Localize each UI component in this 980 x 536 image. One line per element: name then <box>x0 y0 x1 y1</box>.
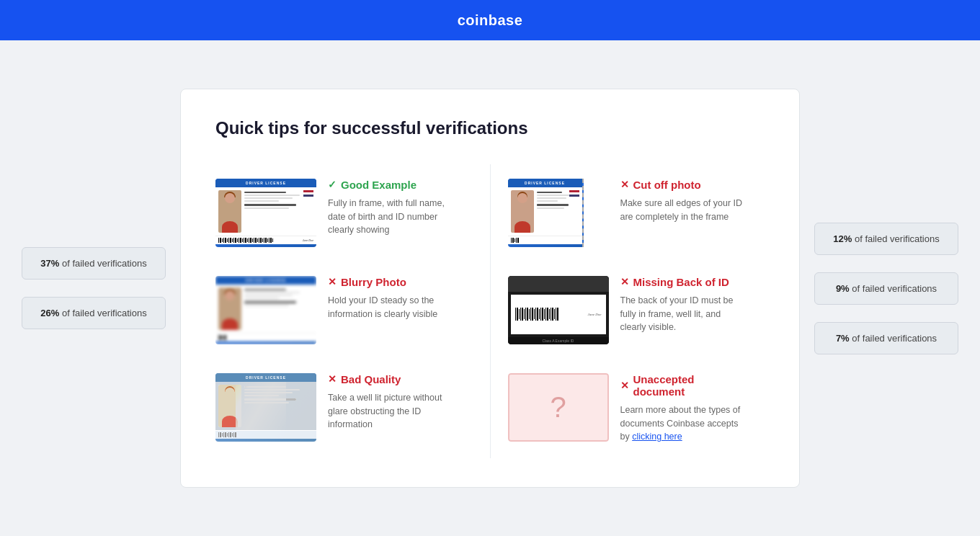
page-title: Quick tips for successful verifications <box>215 118 765 138</box>
main-card: Quick tips for successful verifications … <box>180 89 800 488</box>
bad-quality-desc: Take a well lit picture without glare ob… <box>328 391 455 432</box>
right-stat-3: 7% of failed verifications <box>814 322 958 354</box>
tip-blurry-photo: DRIVER LICENSE <box>215 262 473 359</box>
x-icon-missing: ✕ <box>620 276 629 287</box>
right-stat-1-percent: 12% <box>833 233 852 244</box>
cutoff-desc: Make sure all edges of your ID are compl… <box>620 197 748 224</box>
blurry-photo-title: Blurry Photo <box>341 276 406 288</box>
tips-right-column: DRIVER LICENSE <box>508 164 765 458</box>
right-stat-1: 12% of failed verifications <box>814 223 958 255</box>
missing-back-text: ✕ Missing Back of ID The back of your ID… <box>620 276 748 334</box>
x-icon-cutoff: ✕ <box>620 179 629 190</box>
good-example-desc: Fully in frame, with full name, date of … <box>328 197 455 237</box>
page-content: 37% of failed verifications 26% of faile… <box>0 40 980 536</box>
blurry-photo-image: DRIVER LICENSE <box>215 276 316 344</box>
blurry-photo-text: ✕ Blurry Photo Hold your ID steady so th… <box>328 276 455 321</box>
missing-back-image: Jane Doe Class A Example ID <box>508 276 609 344</box>
check-icon: ✓ <box>328 179 337 190</box>
right-stat-2: 9% of failed verifications <box>814 272 958 305</box>
bad-quality-title: Bad Quality <box>341 373 401 385</box>
good-example-title: Good Example <box>341 179 416 191</box>
right-stat-1-label: of failed verifications <box>855 233 940 244</box>
tip-cutoff: DRIVER LICENSE <box>508 164 765 262</box>
left-stat-2-percent: 26% <box>40 308 59 318</box>
bad-quality-label: ✕ Bad Quality <box>328 373 455 385</box>
left-stats-panel: 37% of failed verifications 26% of faile… <box>22 247 166 329</box>
unaccepted-title: Unaccepted document <box>633 373 748 398</box>
good-example-label: ✓ Good Example <box>328 179 455 191</box>
left-stat-2: 26% of failed verifications <box>22 297 166 329</box>
left-stat-1: 37% of failed verifications <box>22 247 166 280</box>
tips-columns: DRIVER LICENSE <box>215 164 765 458</box>
blurry-photo-desc: Hold your ID steady so the information i… <box>328 294 455 321</box>
unaccepted-label: ✕ Unaccepted document <box>620 373 748 398</box>
cutoff-text: ✕ Cut off photo Make sure all edges of y… <box>620 179 748 224</box>
missing-back-label: ✕ Missing Back of ID <box>620 276 748 288</box>
tip-unaccepted: ? ✕ Unaccepted document Learn more about… <box>508 359 765 458</box>
coinbase-logo: coinbase <box>458 12 523 29</box>
question-mark-icon: ? <box>550 393 566 421</box>
x-icon-unaccepted: ✕ <box>620 380 629 391</box>
tip-good-example: DRIVER LICENSE <box>215 164 473 262</box>
good-example-image: DRIVER LICENSE <box>215 179 316 247</box>
left-stat-2-label: of failed verifications <box>62 308 147 318</box>
right-stats-panel: 12% of failed verifications 9% of failed… <box>814 223 958 354</box>
bad-quality-text: ✕ Bad Quality Take a well lit picture wi… <box>328 373 455 432</box>
unaccepted-text: ✕ Unaccepted document Learn more about t… <box>620 373 748 444</box>
clicking-here-link[interactable]: clicking here <box>632 432 682 442</box>
blurry-photo-label: ✕ Blurry Photo <box>328 276 455 288</box>
app-header: coinbase <box>0 0 980 40</box>
tip-missing-back: Jane Doe Class A Example ID ✕ Missing Ba… <box>508 262 765 359</box>
column-divider <box>490 164 491 458</box>
unaccepted-image: ? <box>508 373 609 442</box>
cutoff-title: Cut off photo <box>633 179 701 191</box>
right-stat-2-label: of failed verifications <box>852 283 937 294</box>
right-stat-3-label: of failed verifications <box>852 333 937 344</box>
right-stat-3-percent: 7% <box>836 333 850 344</box>
bad-quality-image: DRIVER LICENSE <box>215 373 316 442</box>
unaccepted-desc: Learn more about the types of documents … <box>620 403 748 444</box>
tips-left-column: DRIVER LICENSE <box>215 164 473 458</box>
missing-back-desc: The back of your ID must be fully in fra… <box>620 294 748 334</box>
cutoff-label: ✕ Cut off photo <box>620 179 748 191</box>
cutoff-image: DRIVER LICENSE <box>508 179 609 247</box>
right-stat-2-percent: 9% <box>836 283 850 294</box>
x-icon-bad: ✕ <box>328 373 337 385</box>
x-icon-blurry: ✕ <box>328 276 337 287</box>
good-example-text: ✓ Good Example Fully in frame, with full… <box>328 179 455 237</box>
left-stat-1-percent: 37% <box>40 258 59 269</box>
tip-bad-quality: DRIVER LICENSE <box>215 359 473 456</box>
missing-back-title: Missing Back of ID <box>633 276 729 288</box>
left-stat-1-label: of failed verifications <box>62 258 147 269</box>
